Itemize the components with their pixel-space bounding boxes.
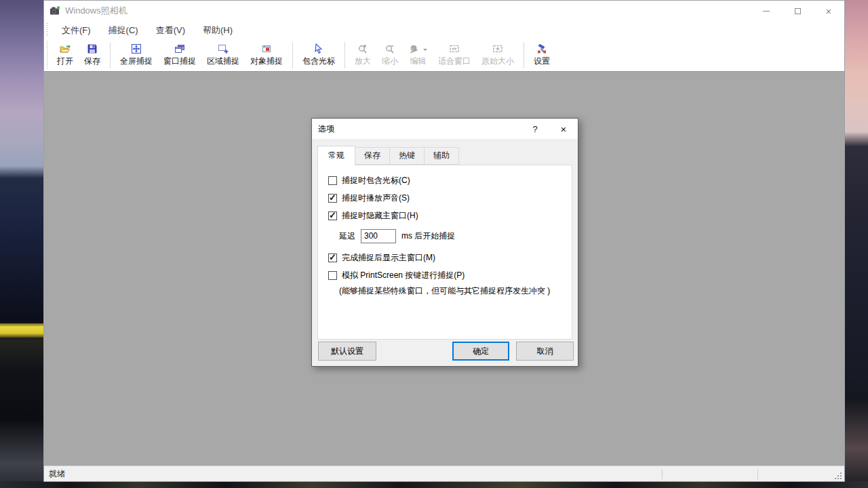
toolbar-fullscreen-capture-button[interactable]: 全屏捕捉 xyxy=(115,41,157,70)
tab-general-page: 捕捉时包含光标(C) 捕捉时播放声音(S) 捕捉时隐藏主窗口(H) 延迟 ms … xyxy=(317,165,572,340)
menubar-gripper[interactable] xyxy=(46,23,49,37)
toolbar-settings-label: 设置 xyxy=(534,56,550,67)
simulate-printscreen-label: 模拟 PrintScreen 按键进行捕捉(P) xyxy=(342,270,465,281)
toolbar-settings-button[interactable]: 设置 xyxy=(529,41,555,70)
delay-row: 延迟 ms 后开始捕捉 xyxy=(339,228,565,243)
wallpaper-sunset-band xyxy=(0,323,45,338)
zoom-out-icon xyxy=(384,43,395,54)
toolbar-object-capture-label: 对象捕捉 xyxy=(250,56,283,67)
statusbar-divider xyxy=(662,469,663,479)
toolbar-fullscreen-capture-label: 全屏捕捉 xyxy=(120,56,153,67)
statusbar-divider xyxy=(757,469,758,479)
toolbar-open-button[interactable]: 打开 xyxy=(52,41,78,70)
toolbar-separator xyxy=(344,42,345,68)
resize-grip[interactable] xyxy=(834,471,843,480)
simulate-printscreen-checkbox[interactable] xyxy=(328,271,337,280)
save-icon xyxy=(87,43,98,54)
toolbar-separator xyxy=(110,42,111,68)
toolbar-include-cursor-label: 包含光标 xyxy=(302,56,335,67)
menu-help[interactable]: 帮助(H) xyxy=(195,21,240,39)
window-capture-icon xyxy=(174,43,185,54)
tab-hotkeys[interactable]: 热键 xyxy=(389,147,425,165)
menu-capture[interactable]: 捕捉(C) xyxy=(101,21,146,39)
edit-icon xyxy=(409,43,420,54)
options-dialog: 选项 ? × 常规 保存 热键 辅助 捕捉时包含光标(C) 捕捉时播放声音(S)… xyxy=(311,118,578,367)
dialog-help-button[interactable]: ? xyxy=(521,119,549,139)
toolbar-zoom-out-button: 缩小 xyxy=(377,41,403,70)
show-after-checkbox-row[interactable]: 完成捕捉后显示主窗口(M) xyxy=(328,253,565,262)
include-cursor-checkbox[interactable] xyxy=(328,176,337,185)
toolbar-region-capture-label: 区域捕捉 xyxy=(207,56,239,67)
toolbar-window-capture-label: 窗口捕捉 xyxy=(163,56,196,67)
maximize-button[interactable] xyxy=(782,1,813,21)
include-cursor-label: 捕捉时包含光标(C) xyxy=(342,175,410,186)
window-title: Windows照相机 xyxy=(65,5,751,17)
toolbar-edit-label: 编辑 xyxy=(410,56,427,67)
title-bar: Windows照相机 × xyxy=(44,1,844,21)
toolbar-zoom-out-label: 缩小 xyxy=(382,56,398,67)
cancel-button[interactable]: 取消 xyxy=(516,342,574,361)
close-button[interactable]: × xyxy=(813,1,844,21)
fullscreen-capture-icon xyxy=(131,43,142,54)
delay-input[interactable] xyxy=(361,229,396,243)
default-settings-button[interactable]: 默认设置 xyxy=(318,342,376,361)
toolbar-original-size-button: 原始大小 xyxy=(477,41,519,70)
hide-window-label: 捕捉时隐藏主窗口(H) xyxy=(342,210,418,222)
tab-save[interactable]: 保存 xyxy=(355,147,390,165)
toolbar-original-size-label: 原始大小 xyxy=(481,56,514,67)
help-icon: ? xyxy=(532,124,537,134)
tab-general[interactable]: 常规 xyxy=(317,146,355,165)
toolbar-save-button[interactable]: 保存 xyxy=(79,41,105,70)
zoom-in-icon xyxy=(357,43,368,54)
toolbar-include-cursor-button[interactable]: 包含光标 xyxy=(298,41,340,70)
dialog-button-row: 默认设置 确定 取消 xyxy=(312,342,578,361)
toolbar-fit-window-label: 适合窗口 xyxy=(438,56,471,67)
toolbar-window-capture-button[interactable]: 窗口捕捉 xyxy=(159,41,201,70)
play-sound-checkbox[interactable] xyxy=(328,194,337,203)
settings-icon xyxy=(536,43,547,54)
show-after-checkbox[interactable] xyxy=(328,253,337,262)
toolbar-fit-window-button: 适合窗口 xyxy=(433,41,475,70)
minimize-button[interactable] xyxy=(751,1,782,21)
dialog-close-button[interactable]: × xyxy=(549,119,578,139)
cursor-icon xyxy=(313,43,324,54)
printscreen-note: (能够捕捉某些特殊窗口，但可能与其它捕捉程序发生冲突 ) xyxy=(339,285,565,297)
toolbar-object-capture-button[interactable]: 对象捕捉 xyxy=(245,41,288,70)
folder-open-icon xyxy=(60,43,71,54)
desktop-wallpaper-bottom xyxy=(0,481,868,488)
tab-assist[interactable]: 辅助 xyxy=(424,147,459,165)
dialog-title: 选项 xyxy=(312,123,521,135)
toolbar: 打开 保存 全屏捕捉 xyxy=(44,39,844,71)
toolbar-separator xyxy=(292,42,293,68)
dialog-title-bar: 选项 ? × xyxy=(312,119,578,139)
show-after-label: 完成捕捉后显示主窗口(M) xyxy=(342,252,435,264)
toolbar-gripper[interactable] xyxy=(46,41,49,69)
minimize-icon xyxy=(763,11,770,12)
desktop-wallpaper-right xyxy=(844,0,868,488)
ok-button[interactable]: 确定 xyxy=(452,342,509,361)
toolbar-edit-button: 编辑 xyxy=(404,41,432,70)
hide-window-checkbox[interactable] xyxy=(328,211,337,220)
toolbar-zoom-in-label: 放大 xyxy=(355,56,371,67)
toolbar-save-label: 保存 xyxy=(84,56,100,67)
object-capture-icon xyxy=(261,43,272,54)
toolbar-separator xyxy=(524,42,524,68)
desktop-wallpaper-left xyxy=(0,0,45,488)
menu-file[interactable]: 文件(F) xyxy=(54,21,98,39)
camera-app-icon xyxy=(50,5,60,16)
close-icon: × xyxy=(826,6,832,16)
menu-view[interactable]: 查看(V) xyxy=(149,21,193,39)
toolbar-zoom-in-button: 放大 xyxy=(350,41,376,70)
region-capture-icon xyxy=(218,43,229,54)
original-size-icon xyxy=(492,43,503,54)
toolbar-region-capture-button[interactable]: 区域捕捉 xyxy=(202,41,244,70)
edit-dropdown-arrow-icon xyxy=(423,49,427,53)
simulate-printscreen-checkbox-row[interactable]: 模拟 PrintScreen 按键进行捕捉(P) xyxy=(328,270,565,280)
dialog-tabstrip: 常规 保存 热键 辅助 xyxy=(317,145,572,165)
window-controls: × xyxy=(751,1,844,21)
delay-suffix-label: ms 后开始捕捉 xyxy=(401,230,455,242)
play-sound-checkbox-row[interactable]: 捕捉时播放声音(S) xyxy=(328,193,565,203)
close-icon: × xyxy=(561,123,567,135)
include-cursor-checkbox-row[interactable]: 捕捉时包含光标(C) xyxy=(328,176,565,185)
hide-window-checkbox-row[interactable]: 捕捉时隐藏主窗口(H) xyxy=(328,211,565,220)
